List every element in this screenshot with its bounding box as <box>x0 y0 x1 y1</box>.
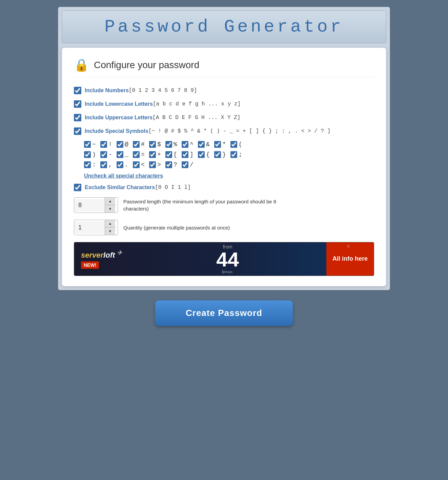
numbers-option-row: Include Numbers [0 1 2 3 4 5 6 7 8 9] <box>74 87 374 94</box>
title-bar: Password Generator <box>62 11 386 43</box>
quantity-buttons: ▲ ▼ <box>105 220 115 235</box>
ad-close-icon[interactable]: ✕ <box>347 244 350 249</box>
char-lt: < <box>133 161 146 168</box>
char-dot: . <box>117 161 130 168</box>
exclude-similar-chars: [0 O I 1 l] <box>155 184 191 191</box>
special-chars-row-2: ) - _ = + <box>84 151 374 158</box>
char-plus-checkbox[interactable] <box>149 151 156 158</box>
card-header: 🔒 Configure your password <box>74 58 374 77</box>
char-percent: % <box>165 141 179 148</box>
char-tilde-checkbox[interactable] <box>84 141 91 148</box>
lowercase-label[interactable]: Include Lowercase Letters <box>85 101 153 107</box>
char-amp: & <box>198 141 211 148</box>
numbers-checkbox[interactable] <box>74 87 81 94</box>
special-checkbox[interactable] <box>74 127 81 135</box>
char-plus: + <box>149 151 163 158</box>
ad-left: serverloft ✈ NEW! <box>74 246 129 272</box>
char-slash-checkbox[interactable] <box>182 161 188 168</box>
special-chars-row-1: ~ ! @ # $ <box>84 141 374 148</box>
exclude-similar-checkbox[interactable] <box>74 184 81 191</box>
numbers-label[interactable]: Include Numbers <box>85 87 129 94</box>
ad-brand: serverloft ✈ <box>81 249 122 260</box>
uppercase-checkbox[interactable] <box>74 114 81 121</box>
uppercase-option-row: Include Uppercase Letters [A B C D E F G… <box>74 114 374 121</box>
configure-title: Configure your password <box>94 60 199 71</box>
char-dot-checkbox[interactable] <box>117 161 123 168</box>
char-cbracket: ] <box>182 151 195 158</box>
password-length-buttons: ▲ ▼ <box>105 198 115 213</box>
char-minus: - <box>100 151 114 158</box>
special-chars-grid: ~ ! @ # $ <box>84 141 374 168</box>
char-question-checkbox[interactable] <box>165 161 172 168</box>
ad-price: 44 <box>216 249 239 270</box>
password-length-input[interactable] <box>74 199 105 212</box>
char-cparen-checkbox[interactable] <box>84 151 91 158</box>
char-hash: # <box>133 141 146 148</box>
char-percent-checkbox[interactable] <box>165 141 172 148</box>
password-length-spinner: ▲ ▼ <box>74 197 118 213</box>
special-label[interactable]: Include Special Symbols <box>85 128 148 134</box>
numbers-chars: [0 1 2 3 4 5 6 7 8 9] <box>129 87 197 94</box>
ad-banner: serverloft ✈ NEW! from 44 $/mon. All inf… <box>74 242 374 276</box>
char-under-checkbox[interactable] <box>117 151 123 158</box>
char-oparen: ( <box>230 141 244 148</box>
char-oparen-checkbox[interactable] <box>230 141 237 148</box>
char-under: _ <box>117 151 130 158</box>
outer-container: Password Generator 🔒 Configure your pass… <box>58 7 390 290</box>
char-star: * <box>214 141 228 148</box>
char-lt-checkbox[interactable] <box>133 161 140 168</box>
char-obracket-checkbox[interactable] <box>165 151 172 158</box>
char-gt: > <box>149 161 163 168</box>
uppercase-chars: [A B C D E F G H ... X Y Z] <box>152 115 240 121</box>
password-length-up[interactable]: ▲ <box>105 198 115 205</box>
char-exclaim-checkbox[interactable] <box>100 141 107 148</box>
char-ocurly-checkbox[interactable] <box>198 151 205 158</box>
special-chars-summary: [~ ! @ # $ % ^ & * ( ) - _ = + [ ] { } ;… <box>148 128 331 134</box>
char-star-checkbox[interactable] <box>214 141 221 148</box>
char-exclaim: ! <box>100 141 114 148</box>
char-ocurly: { <box>198 151 211 158</box>
uncheck-all-link[interactable]: Uncheck all special characters <box>84 173 374 179</box>
char-gt-checkbox[interactable] <box>149 161 156 168</box>
ad-center: from 44 $/mon. <box>213 242 242 276</box>
char-question: ? <box>165 161 179 168</box>
exclude-similar-row: Exclude Similar Characters [0 O I 1 l] <box>74 184 374 191</box>
quantity-desc: Quantity (generate multiple passwords at… <box>123 224 230 231</box>
quantity-up[interactable]: ▲ <box>105 220 115 227</box>
char-hash-checkbox[interactable] <box>133 141 140 148</box>
char-semicolon-checkbox[interactable] <box>230 151 237 158</box>
quantity-input[interactable] <box>74 221 105 234</box>
char-dollar-checkbox[interactable] <box>149 141 156 148</box>
exclude-similar-label[interactable]: Exclude Similar Characters <box>85 184 155 191</box>
char-ccurly-checkbox[interactable] <box>214 151 221 158</box>
char-colon-checkbox[interactable] <box>84 161 91 168</box>
password-length-down[interactable]: ▼ <box>105 205 115 213</box>
char-semicolon: ; <box>230 151 244 158</box>
char-slash: / <box>182 161 195 168</box>
char-dollar: $ <box>149 141 163 148</box>
char-ccurly: } <box>214 151 228 158</box>
char-equals-checkbox[interactable] <box>133 151 140 158</box>
char-caret-checkbox[interactable] <box>182 141 188 148</box>
char-amp-checkbox[interactable] <box>198 141 205 148</box>
main-card: 🔒 Configure your password Include Number… <box>62 47 386 286</box>
char-cbracket-checkbox[interactable] <box>182 151 188 158</box>
char-tilde: ~ <box>84 141 98 148</box>
char-comma-checkbox[interactable] <box>100 161 107 168</box>
password-length-desc: Password length (the minimum length of y… <box>123 198 293 212</box>
password-length-row: ▲ ▼ Password length (the minimum length … <box>74 197 374 213</box>
lowercase-option-row: Include Lowercase Letters [a b c d e f g… <box>74 100 374 108</box>
special-option-row: Include Special Symbols [~ ! @ # $ % ^ &… <box>74 127 374 135</box>
char-at: @ <box>117 141 130 148</box>
lowercase-chars: [a b c d e f g h ... x y z] <box>153 101 241 107</box>
uppercase-label[interactable]: Include Uppercase Letters <box>85 115 152 121</box>
char-equals: = <box>133 151 146 158</box>
create-button-container: Create Password <box>155 300 293 333</box>
char-at-checkbox[interactable] <box>117 141 123 148</box>
quantity-spinner: ▲ ▼ <box>74 220 118 235</box>
create-password-button[interactable]: Create Password <box>155 300 293 326</box>
ad-new-badge: NEW! <box>81 261 99 269</box>
quantity-down[interactable]: ▼ <box>105 227 115 235</box>
char-minus-checkbox[interactable] <box>100 151 107 158</box>
lowercase-checkbox[interactable] <box>74 100 81 108</box>
